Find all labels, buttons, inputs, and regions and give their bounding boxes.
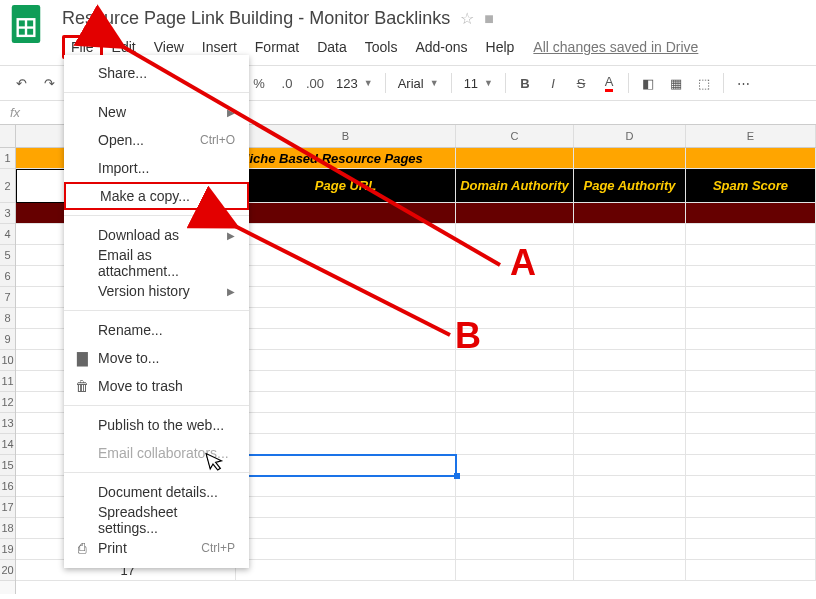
cell-selected[interactable] bbox=[236, 455, 456, 476]
fill-color-button[interactable]: ◧ bbox=[635, 70, 661, 96]
cell[interactable] bbox=[686, 329, 816, 350]
row-header[interactable]: 11 bbox=[0, 371, 15, 392]
more-toolbar-button[interactable]: ⋯ bbox=[730, 70, 756, 96]
cell[interactable] bbox=[456, 455, 574, 476]
menu-tools[interactable]: Tools bbox=[356, 35, 407, 59]
cell[interactable] bbox=[574, 476, 686, 497]
cell[interactable] bbox=[236, 371, 456, 392]
row-header[interactable]: 3 bbox=[0, 203, 15, 224]
col-header[interactable]: E bbox=[686, 125, 816, 147]
document-title[interactable]: Resource Page Link Building - Monitor Ba… bbox=[62, 8, 450, 29]
increase-decimal-button[interactable]: .00 bbox=[302, 70, 328, 96]
cell[interactable] bbox=[574, 266, 686, 287]
cell[interactable] bbox=[236, 476, 456, 497]
cell[interactable] bbox=[456, 287, 574, 308]
cell[interactable] bbox=[686, 148, 816, 169]
cell[interactable] bbox=[574, 203, 686, 224]
menu-format[interactable]: Format bbox=[246, 35, 308, 59]
row-header[interactable]: 17 bbox=[0, 497, 15, 518]
cell[interactable] bbox=[686, 518, 816, 539]
percent-format-button[interactable]: % bbox=[246, 70, 272, 96]
cell[interactable] bbox=[686, 476, 816, 497]
cell[interactable] bbox=[236, 203, 456, 224]
cell[interactable] bbox=[574, 413, 686, 434]
row-header[interactable]: 18 bbox=[0, 518, 15, 539]
row-header[interactable]: 4 bbox=[0, 224, 15, 245]
cell[interactable] bbox=[574, 518, 686, 539]
row-header[interactable]: 16 bbox=[0, 476, 15, 497]
cell[interactable] bbox=[686, 392, 816, 413]
cell[interactable] bbox=[686, 560, 816, 581]
cell[interactable] bbox=[236, 224, 456, 245]
cell[interactable] bbox=[456, 476, 574, 497]
cell[interactable] bbox=[236, 266, 456, 287]
cell[interactable] bbox=[574, 148, 686, 169]
selection-handle-icon[interactable] bbox=[454, 473, 460, 479]
cell[interactable] bbox=[574, 539, 686, 560]
cell[interactable] bbox=[456, 497, 574, 518]
merge-button[interactable]: ⬚ bbox=[691, 70, 717, 96]
cell[interactable] bbox=[574, 497, 686, 518]
row-header[interactable]: 1 bbox=[0, 148, 15, 169]
cell[interactable] bbox=[236, 497, 456, 518]
cell[interactable] bbox=[456, 392, 574, 413]
cell[interactable] bbox=[686, 350, 816, 371]
sheets-logo-icon[interactable] bbox=[8, 6, 44, 42]
menu-help[interactable]: Help bbox=[477, 35, 524, 59]
cell[interactable] bbox=[686, 203, 816, 224]
menu-move-to[interactable]: ▇Move to... bbox=[64, 344, 249, 372]
menu-import[interactable]: Import... bbox=[64, 154, 249, 182]
cell[interactable] bbox=[574, 560, 686, 581]
folder-icon[interactable]: ■ bbox=[484, 10, 494, 28]
cell[interactable] bbox=[686, 287, 816, 308]
col-header[interactable]: B bbox=[236, 125, 456, 147]
cell[interactable] bbox=[686, 434, 816, 455]
cell[interactable] bbox=[574, 434, 686, 455]
menu-email-attachment[interactable]: Email as attachment... bbox=[64, 249, 249, 277]
row-header[interactable]: 7 bbox=[0, 287, 15, 308]
menu-version-history[interactable]: Version history▶ bbox=[64, 277, 249, 305]
cell[interactable] bbox=[574, 350, 686, 371]
cell[interactable] bbox=[236, 245, 456, 266]
cell[interactable] bbox=[236, 434, 456, 455]
row-header[interactable]: 12 bbox=[0, 392, 15, 413]
row-header[interactable]: 2 bbox=[0, 169, 15, 203]
undo-button[interactable]: ↶ bbox=[8, 70, 34, 96]
row-header[interactable]: 9 bbox=[0, 329, 15, 350]
cell[interactable] bbox=[236, 350, 456, 371]
cell[interactable]: Spam Score bbox=[686, 169, 816, 203]
cell[interactable] bbox=[686, 308, 816, 329]
cell[interactable] bbox=[574, 308, 686, 329]
row-header[interactable]: 8 bbox=[0, 308, 15, 329]
select-all-corner[interactable] bbox=[0, 125, 15, 148]
cell[interactable] bbox=[574, 329, 686, 350]
cell[interactable] bbox=[686, 371, 816, 392]
cell[interactable] bbox=[236, 539, 456, 560]
font-size-select[interactable]: 11▼ bbox=[458, 72, 499, 94]
cell[interactable]: Page Authority bbox=[574, 169, 686, 203]
menu-open[interactable]: Open...Ctrl+O bbox=[64, 126, 249, 154]
menu-move-to-trash[interactable]: 🗑Move to trash bbox=[64, 372, 249, 400]
cell[interactable] bbox=[574, 392, 686, 413]
cell[interactable] bbox=[686, 497, 816, 518]
cell[interactable] bbox=[236, 392, 456, 413]
row-header[interactable]: 14 bbox=[0, 434, 15, 455]
cell[interactable] bbox=[236, 413, 456, 434]
borders-button[interactable]: ▦ bbox=[663, 70, 689, 96]
cell[interactable]: Page URL bbox=[236, 169, 456, 203]
cell[interactable] bbox=[236, 560, 456, 581]
star-icon[interactable]: ☆ bbox=[460, 9, 474, 28]
cell[interactable] bbox=[456, 539, 574, 560]
menu-addons[interactable]: Add-ons bbox=[406, 35, 476, 59]
cell[interactable] bbox=[236, 329, 456, 350]
menu-share[interactable]: Share... bbox=[64, 59, 249, 87]
row-header[interactable]: 13 bbox=[0, 413, 15, 434]
cell[interactable] bbox=[456, 371, 574, 392]
save-status[interactable]: All changes saved in Drive bbox=[533, 39, 698, 55]
cell[interactable] bbox=[456, 560, 574, 581]
menu-new[interactable]: New▶ bbox=[64, 98, 249, 126]
cell[interactable] bbox=[574, 224, 686, 245]
text-color-button[interactable]: A bbox=[596, 70, 622, 96]
cell[interactable] bbox=[574, 455, 686, 476]
cell[interactable] bbox=[686, 539, 816, 560]
